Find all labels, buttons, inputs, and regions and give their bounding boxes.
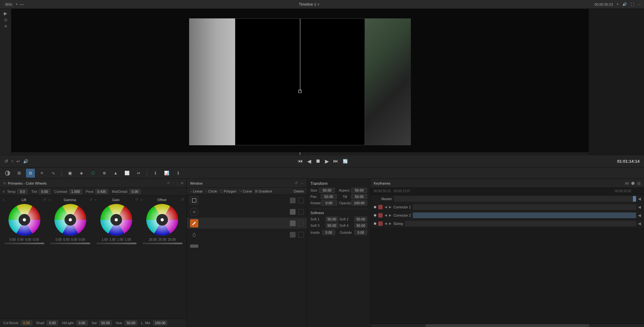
timeline-name[interactable]: Timeline 1	[299, 2, 316, 7]
audio-icon[interactable]: 🔊	[622, 2, 627, 6]
window-delete-btn[interactable]: Delete	[294, 189, 304, 193]
temp-value[interactable]: 0.0	[17, 189, 28, 194]
pivot-value[interactable]: 0.435	[95, 189, 108, 194]
transform-opacity-value[interactable]: 100.00	[351, 200, 367, 206]
tool-grid-icon[interactable]: ⊞	[4, 18, 7, 22]
color-curves-icon[interactable]: ∿	[49, 169, 58, 178]
play-btn[interactable]: ▶	[325, 158, 329, 164]
hilight-value[interactable]: 0.00	[76, 320, 88, 325]
transform-pan-value[interactable]: 50.00	[321, 194, 337, 199]
lift-slider[interactable]	[4, 243, 44, 244]
tracker-icon[interactable]: ⊕	[100, 169, 109, 178]
kf-c2-arrow-left[interactable]: ◀	[385, 213, 387, 217]
kf-c1-track[interactable]	[413, 204, 636, 210]
color-panel-reset-icon[interactable]: ↺	[167, 181, 170, 185]
tool-transform-icon[interactable]: ✥	[4, 24, 7, 29]
color-grid-icon[interactable]: ⊞	[15, 169, 23, 178]
audio-toggle[interactable]: 🔊	[23, 159, 28, 164]
inside-value[interactable]: 0.00	[322, 230, 335, 235]
contrast-value[interactable]: 1.000	[69, 189, 82, 194]
gamma-reset-icon[interactable]: +	[48, 198, 50, 202]
shape-icon-paint[interactable]	[190, 231, 198, 239]
kf-sz-vis-dot[interactable]	[374, 222, 376, 225]
resize-icon[interactable]: ⇔	[134, 169, 143, 178]
kf-c2-end-arrow[interactable]: ◀	[638, 213, 641, 218]
lift-wheel[interactable]	[7, 203, 41, 237]
timeline-scrubber[interactable]	[11, 152, 589, 155]
qualifier-icon[interactable]: ◈	[77, 169, 86, 178]
more-icon[interactable]: ···	[638, 3, 641, 6]
transform-rotate-value[interactable]: 0.00	[321, 200, 337, 206]
soft4-value[interactable]: 50.00	[354, 223, 367, 228]
waveform-icon[interactable]: 📊	[162, 169, 171, 178]
window-reset-icon[interactable]: ↺	[295, 181, 298, 186]
lift-reset-icon[interactable]: +	[3, 198, 4, 202]
key-icon[interactable]: ⬜	[123, 169, 131, 178]
shape-icon-square[interactable]	[190, 196, 198, 205]
kf-c2-arrow-right[interactable]: ▶	[389, 213, 392, 217]
lut-icon[interactable]: ▣	[66, 169, 74, 178]
lmix-value[interactable]: 100.00	[153, 320, 168, 325]
timeline-chevron[interactable]: ▾	[317, 2, 319, 7]
window-icon[interactable]: ⬡	[88, 169, 97, 178]
shape-paint-toggle1[interactable]	[290, 232, 296, 238]
gain-add-icon[interactable]: +	[95, 198, 97, 202]
kf-c2-track[interactable]	[413, 213, 636, 218]
transform-aspect-value[interactable]: 50.00	[351, 188, 367, 193]
offset-slider[interactable]	[142, 243, 182, 244]
tint-value[interactable]: 0.00	[39, 189, 50, 194]
kf-add-dot[interactable]	[631, 182, 634, 185]
offset-wheel[interactable]	[145, 203, 179, 237]
hue-value[interactable]: 50.00	[124, 320, 137, 325]
blur-icon[interactable]: ▲	[111, 169, 120, 178]
info-icon[interactable]: ℹ	[151, 169, 160, 178]
shad-value[interactable]: 0.00	[47, 320, 58, 325]
gain-slider[interactable]	[96, 243, 137, 244]
lift-reset2-icon[interactable]: ↺	[43, 198, 46, 202]
kf-sz-arrow-right[interactable]: ▶	[389, 222, 392, 225]
shape-square-toggle2[interactable]	[298, 198, 304, 203]
timecode-chevron[interactable]: ▾	[617, 2, 619, 6]
kf-sz-lock[interactable]	[378, 221, 383, 226]
shape-circle-toggle1[interactable]	[290, 209, 296, 215]
zoom-level[interactable]: 45%	[3, 2, 14, 7]
window-linear-btn[interactable]: – Linear	[190, 189, 203, 193]
gamma-slider[interactable]	[50, 243, 90, 244]
tool-play-icon[interactable]: ▶	[4, 11, 7, 16]
kf-sz-track[interactable]	[405, 221, 636, 226]
kf-c1-arrow-left[interactable]: ◀	[385, 205, 387, 209]
kf-expand-icon[interactable]: ⊞	[637, 181, 641, 186]
zoom-chevron[interactable]: ▾	[16, 2, 18, 6]
kf-c2-lock[interactable]	[378, 213, 383, 218]
shape-paint-toggle2[interactable]	[298, 232, 304, 238]
offset-add-icon[interactable]: +	[141, 198, 143, 202]
middetail-value[interactable]: 0.00	[129, 189, 141, 194]
shape-circle-toggle2[interactable]	[298, 209, 304, 215]
fullscreen-icon[interactable]: ⛶	[631, 3, 634, 6]
step-back-btn[interactable]: ◀	[307, 158, 311, 164]
kf-master-track[interactable]	[394, 196, 636, 202]
gamma-reset2-icon[interactable]: ↺	[89, 198, 92, 202]
shape-icon-flat[interactable]	[190, 245, 198, 248]
kf-master-arrow[interactable]: ◀	[638, 197, 641, 201]
color-panel-bars-icon[interactable]: ⋮⋮	[172, 181, 179, 185]
window-circle-btn[interactable]: ○ Circle	[205, 189, 217, 193]
loop-chevron[interactable]: ▾	[11, 159, 13, 163]
shape-pen-toggle2[interactable]	[298, 220, 304, 226]
window-gradient-btn[interactable]: ▦ Gradient	[255, 189, 272, 193]
stop-btn[interactable]: ⏹	[316, 158, 321, 164]
sat-value[interactable]: 50.00	[99, 320, 112, 325]
color-bars-icon[interactable]: ≡	[37, 169, 46, 178]
soft1-value[interactable]: 50.00	[326, 217, 338, 222]
kf-sz-end-arrow[interactable]: ◀	[638, 221, 641, 226]
gamma-wheel[interactable]	[53, 203, 87, 237]
jump-start-btn[interactable]: ⏮	[298, 158, 303, 164]
window-more-icon[interactable]: ···	[300, 181, 304, 186]
kf-sz-arrow-left[interactable]: ◀	[385, 222, 387, 225]
window-curve-btn[interactable]: ∿ Curve	[239, 189, 252, 193]
window-polygon-btn[interactable]: ⬠ Polygon	[220, 189, 236, 193]
jump-end-btn[interactable]: ⏭	[333, 158, 338, 164]
kf-scrollbar[interactable]	[371, 324, 644, 327]
transform-size-value[interactable]: 50.00	[319, 188, 335, 193]
soft3-value[interactable]: 50.00	[326, 223, 338, 228]
